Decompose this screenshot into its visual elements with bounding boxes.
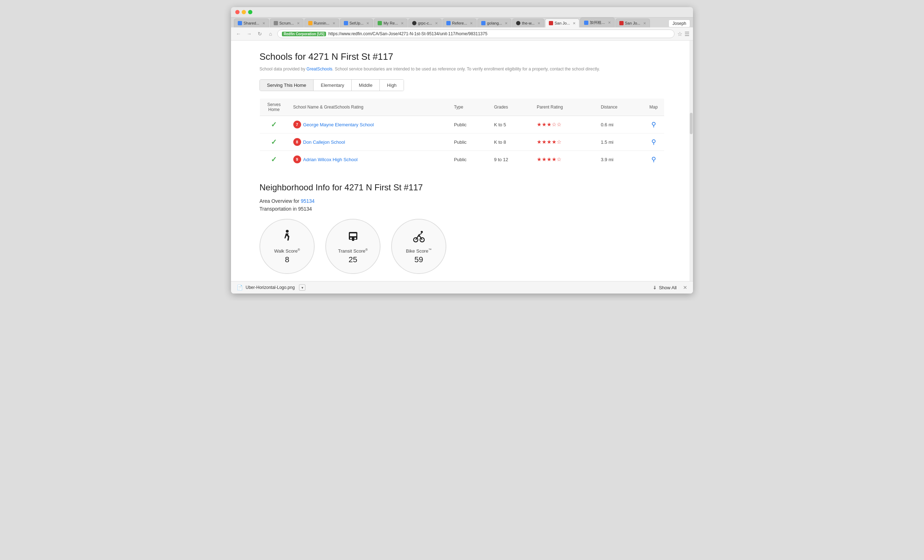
reload-button[interactable]: ↻ [256, 30, 264, 38]
school-map-2[interactable]: ⚲ [643, 133, 664, 151]
table-row: ✓ 8 Don Callejon School Public K to 8 ★★… [260, 133, 664, 151]
greatschools-link[interactable]: GreatSchools [306, 66, 333, 72]
tab-label: SetUp... [350, 21, 364, 25]
tab-thew[interactable]: the-w... ✕ [512, 18, 544, 27]
tab-label: the-w... [522, 21, 534, 25]
tab-label: Scrum... [279, 21, 294, 25]
tab-label: My Re... [383, 21, 398, 25]
tab-close-icon[interactable]: ✕ [435, 21, 438, 25]
tab-close-icon[interactable]: ✕ [643, 21, 646, 25]
school-name-link-3[interactable]: Adrian Wilcox High School [303, 157, 358, 162]
tab-golang[interactable]: golang... ✕ [477, 18, 512, 27]
school-map-3[interactable]: ⚲ [643, 151, 664, 168]
area-overview-text: Area Overview for 95134 [260, 198, 664, 204]
show-all-button[interactable]: ⇓ Show All [653, 285, 676, 290]
school-name-cell-2: 8 Don Callejon School [288, 133, 449, 151]
svg-point-6 [414, 238, 418, 242]
transit-score-value: 25 [348, 255, 357, 264]
tab-shared[interactable]: Shared... ✕ [234, 18, 269, 27]
tab-close-icon[interactable]: ✕ [297, 21, 300, 25]
school-name-link-1[interactable]: George Mayne Elementary School [303, 122, 374, 127]
stars-icon-1: ★★★☆☆ [537, 121, 562, 127]
tab-close-icon[interactable]: ✕ [401, 21, 404, 25]
checkmark-icon: ✓ [271, 138, 277, 146]
address-bar: ← → ↻ ⌂ Redfin Corporation [US] https://… [231, 27, 693, 40]
tab-setup[interactable]: SetUp... ✕ [340, 18, 374, 27]
tab-refere[interactable]: Refere... ✕ [442, 18, 477, 27]
area-zip-link[interactable]: 95134 [301, 198, 315, 204]
tab-sanjose-redfin[interactable]: San Jo... ✕ [545, 18, 579, 27]
url-bar[interactable]: Redfin Corporation [US] https://www.redf… [277, 30, 675, 38]
tab-close-icon[interactable]: ✕ [573, 21, 576, 25]
bookmark-icon[interactable]: ☆ [677, 31, 682, 37]
scrollbar-track[interactable] [690, 40, 693, 281]
table-row: ✓ 9 Adrian Wilcox High School Public 9 t… [260, 151, 664, 168]
tab-close-icon[interactable]: ✕ [505, 21, 507, 25]
close-button[interactable] [235, 10, 240, 14]
maximize-button[interactable] [248, 10, 252, 14]
back-button[interactable]: ← [234, 30, 242, 38]
stars-icon-2: ★★★★☆ [537, 139, 562, 145]
tab-favicon [274, 21, 278, 25]
tab-close-icon[interactable]: ✕ [537, 21, 540, 25]
tab-scrum[interactable]: Scrum... ✕ [270, 18, 304, 27]
tab-close-icon[interactable]: ✕ [366, 21, 369, 25]
tab-myre[interactable]: My Re... ✕ [374, 18, 408, 27]
download-dropdown-button[interactable]: ▾ [299, 284, 305, 290]
school-map-1[interactable]: ⚲ [643, 116, 664, 133]
tab-close-icon[interactable]: ✕ [262, 21, 265, 25]
menu-icon[interactable]: ☰ [684, 31, 690, 37]
col-header-school-name: School Name & GreatSchools Rating [288, 99, 449, 116]
walk-icon [279, 228, 295, 247]
browser-content: Schools for 4271 N First St #117 School … [231, 40, 693, 281]
tab-running[interactable]: Runnin... ✕ [304, 18, 339, 27]
tab-close-icon[interactable]: ✕ [470, 21, 472, 25]
show-all-label: Show All [659, 285, 676, 290]
browser-window: Shared... ✕ Scrum... ✕ Runnin... ✕ SetUp… [231, 7, 693, 293]
tab-cajuzu[interactable]: 加州租... ✕ [580, 18, 614, 27]
school-tabs: Serving This Home Elementary Middle High [260, 79, 404, 91]
user-badge: Joseph [669, 19, 690, 27]
scrollbar-thumb[interactable] [690, 113, 693, 134]
neighborhood-title: Neighborhood Info for 4271 N First St #1… [260, 183, 664, 193]
tab-favicon [378, 21, 382, 25]
tab-label: Shared... [243, 21, 260, 25]
tab-label: grpc-c... [418, 21, 432, 25]
serves-check-2: ✓ [260, 133, 288, 151]
minimize-button[interactable] [242, 10, 246, 14]
bike-score-label: Bike Score™ [406, 248, 432, 254]
walk-score-label: Walk Score® [274, 248, 300, 254]
map-icon-1[interactable]: ⚲ [651, 121, 656, 128]
tab-high[interactable]: High [380, 80, 404, 91]
map-icon-3[interactable]: ⚲ [651, 156, 656, 163]
school-name-link-2[interactable]: Don Callejon School [303, 139, 345, 145]
tabs-bar: Shared... ✕ Scrum... ✕ Runnin... ✕ SetUp… [231, 18, 693, 27]
map-icon-2[interactable]: ⚲ [651, 138, 656, 145]
tab-serving-home[interactable]: Serving This Home [260, 80, 314, 91]
home-button[interactable]: ⌂ [267, 30, 274, 38]
tab-sanjose2[interactable]: San Jo... ✕ [615, 18, 650, 27]
tab-close-icon[interactable]: ✕ [333, 21, 335, 25]
svg-rect-2 [350, 234, 356, 236]
scores-row: Walk Score® 8 Transit Score® [260, 219, 664, 274]
school-rating-1: ★★★☆☆ [532, 116, 596, 133]
svg-point-8 [421, 231, 423, 233]
checkmark-icon: ✓ [271, 156, 277, 163]
tab-grpc[interactable]: grpc-c... ✕ [408, 18, 442, 27]
schools-subtitle: School data provided by GreatSchools. Sc… [260, 66, 664, 72]
tab-elementary[interactable]: Elementary [314, 80, 352, 91]
traffic-lights [235, 10, 252, 14]
serves-check-1: ✓ [260, 116, 288, 133]
tab-close-icon[interactable]: ✕ [608, 21, 611, 24]
col-header-map: Map [643, 99, 664, 116]
tab-middle[interactable]: Middle [352, 80, 380, 91]
schools-table: Serves Home School Name & GreatSchools R… [260, 98, 664, 168]
download-bar-close-icon[interactable]: ✕ [683, 284, 687, 290]
tab-label: San Jo... [555, 21, 570, 25]
forward-button[interactable]: → [245, 30, 253, 38]
url-text: https://www.redfin.com/CA/San-Jose/4271-… [328, 31, 487, 36]
svg-point-0 [286, 230, 289, 233]
svg-point-4 [354, 237, 356, 239]
tab-label: San Jo... [625, 21, 640, 25]
col-header-serves: Serves Home [260, 99, 288, 116]
